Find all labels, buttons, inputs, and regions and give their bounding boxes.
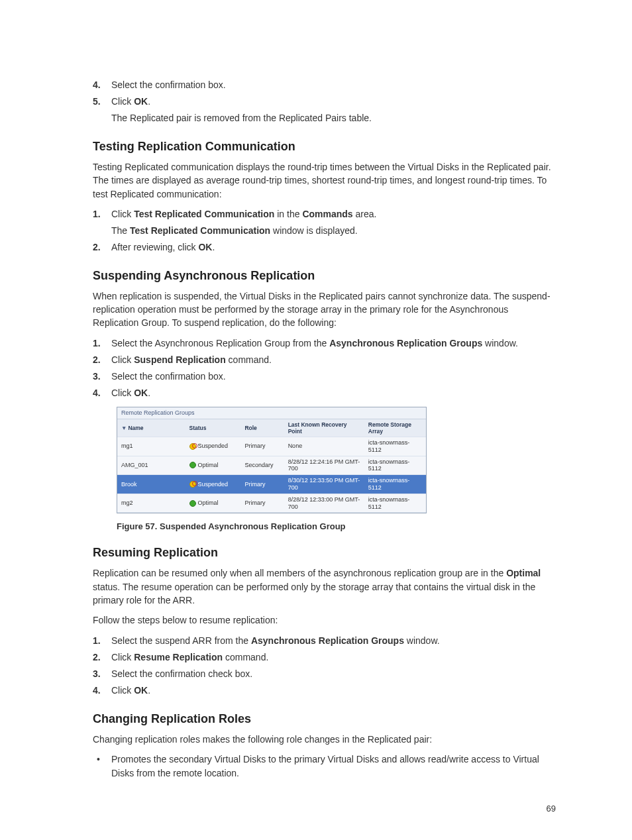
cell-status: Suspended bbox=[185, 437, 241, 456]
cell-remote: icta-snowmass-5112 bbox=[364, 437, 426, 456]
list-item: 3.Select the confirmation box. bbox=[93, 370, 556, 384]
cell-name: Brook bbox=[117, 475, 185, 494]
sort-desc-icon: ▼ bbox=[121, 425, 127, 431]
list-item: 1.Select the suspend ARR from the Asynch… bbox=[93, 634, 556, 648]
steps-suspend: 1.Select the Asynchronous Replication Gr… bbox=[93, 337, 556, 400]
para-testing: Testing Replicated communication display… bbox=[93, 160, 556, 201]
bullets-roles: Promotes the secondary Virtual Disks to … bbox=[93, 753, 556, 780]
heading-roles: Changing Replication Roles bbox=[93, 712, 556, 726]
item-subline: The Replicated pair is removed from the … bbox=[111, 111, 556, 125]
table-row[interactable]: mg2OptimalPrimary8/28/12 12:33:00 PM GMT… bbox=[117, 494, 426, 513]
intro-steps: 4.Select the confirmation box.5.Click OK… bbox=[93, 78, 556, 125]
optimal-status-icon bbox=[189, 500, 196, 507]
cell-recovery: 8/28/12 12:24:16 PM GMT-700 bbox=[284, 456, 364, 475]
table-body: mg1SuspendedPrimaryNoneicta-snowmass-511… bbox=[117, 437, 426, 512]
cell-role: Secondary bbox=[240, 456, 284, 475]
heading-suspend: Suspending Asynchronous Replication bbox=[93, 269, 556, 283]
list-item: 4.Click OK. bbox=[93, 684, 556, 698]
list-item: 1.Select the Asynchronous Replication Gr… bbox=[93, 337, 556, 350]
cell-role: Primary bbox=[240, 494, 284, 513]
list-item: 1.Click Test Replicated Communication in… bbox=[93, 207, 556, 238]
item-number: 1. bbox=[93, 337, 101, 350]
heading-resume: Resuming Replication bbox=[93, 546, 556, 560]
item-number: 2. bbox=[93, 353, 101, 367]
item-number: 5. bbox=[93, 95, 101, 109]
cell-role: Primary bbox=[240, 475, 284, 494]
cell-recovery: None bbox=[284, 437, 364, 456]
para-resume-2: Follow the steps below to resume replica… bbox=[93, 613, 556, 627]
item-number: 4. bbox=[93, 78, 101, 92]
cell-remote: icta-snowmass-5112 bbox=[364, 475, 426, 494]
para-roles: Changing replication roles makes the fol… bbox=[93, 733, 556, 746]
list-item: Promotes the secondary Virtual Disks to … bbox=[93, 753, 556, 780]
para-suspend: When replication is suspended, the Virtu… bbox=[93, 289, 556, 330]
steps-resume: 1.Select the suspend ARR from the Asynch… bbox=[93, 634, 556, 698]
list-item: 2.Click Resume Replication command. bbox=[93, 651, 556, 664]
list-item: 4.Click OK. bbox=[93, 386, 556, 400]
cell-name: AMG_001 bbox=[117, 456, 185, 475]
item-number: 3. bbox=[93, 370, 101, 384]
item-number: 2. bbox=[93, 651, 101, 664]
col-recovery[interactable]: Last Known Recovery Point bbox=[284, 419, 364, 437]
item-number: 1. bbox=[93, 207, 101, 221]
cell-recovery: 8/30/12 12:33:50 PM GMT-700 bbox=[284, 475, 364, 494]
col-remote[interactable]: Remote Storage Array bbox=[364, 419, 426, 437]
cell-role: Primary bbox=[240, 437, 284, 456]
list-item: 2.Click Suspend Replication command. bbox=[93, 353, 556, 367]
cell-name: mg2 bbox=[117, 494, 185, 513]
table-header-row: ▼Name Status Role Last Known Recovery Po… bbox=[117, 419, 426, 437]
list-item: 2.After reviewing, click OK. bbox=[93, 240, 556, 254]
item-number: 3. bbox=[93, 667, 101, 681]
cell-remote: icta-snowmass-5112 bbox=[364, 456, 426, 475]
para-resume: Replication can be resumed only when all… bbox=[93, 566, 556, 607]
item-number: 4. bbox=[93, 386, 101, 400]
cell-status: Suspended bbox=[185, 475, 241, 494]
cell-status: Optimal bbox=[185, 494, 241, 513]
cell-remote: icta-snowmass-5112 bbox=[364, 494, 426, 513]
col-name[interactable]: ▼Name bbox=[117, 419, 185, 437]
figure-caption: Figure 57. Suspended Asynchronous Replic… bbox=[117, 521, 556, 531]
table-row[interactable]: AMG_001OptimalSecondary8/28/12 12:24:16 … bbox=[117, 456, 426, 475]
steps-testing: 1.Click Test Replicated Communication in… bbox=[93, 207, 556, 254]
optimal-status-icon bbox=[189, 462, 196, 468]
col-status[interactable]: Status bbox=[185, 419, 241, 437]
item-number: 4. bbox=[93, 684, 101, 698]
item-number: 1. bbox=[93, 634, 101, 648]
suspended-status-icon bbox=[189, 481, 196, 488]
cell-recovery: 8/28/12 12:33:00 PM GMT-700 bbox=[284, 494, 364, 513]
list-item: 5.Click OK.The Replicated pair is remove… bbox=[93, 95, 556, 125]
table-row[interactable]: BrookSuspendedPrimary8/30/12 12:33:50 PM… bbox=[117, 475, 426, 494]
replication-groups-table: Remote Replication Groups ▼Name Status R… bbox=[117, 407, 427, 514]
heading-testing: Testing Replication Communication bbox=[93, 140, 556, 154]
item-subline: The Test Replicated Communication window… bbox=[111, 224, 556, 238]
table-row[interactable]: mg1SuspendedPrimaryNoneicta-snowmass-511… bbox=[117, 437, 426, 456]
page-number: 69 bbox=[547, 804, 556, 814]
table-caption: Remote Replication Groups bbox=[117, 407, 426, 419]
list-item: 4.Select the confirmation box. bbox=[93, 78, 556, 92]
col-role[interactable]: Role bbox=[240, 419, 284, 437]
suspended-status-icon bbox=[189, 443, 196, 450]
list-item: 3.Select the confirmation check box. bbox=[93, 667, 556, 681]
item-number: 2. bbox=[93, 240, 101, 254]
cell-status: Optimal bbox=[185, 456, 241, 475]
cell-name: mg1 bbox=[117, 437, 185, 456]
